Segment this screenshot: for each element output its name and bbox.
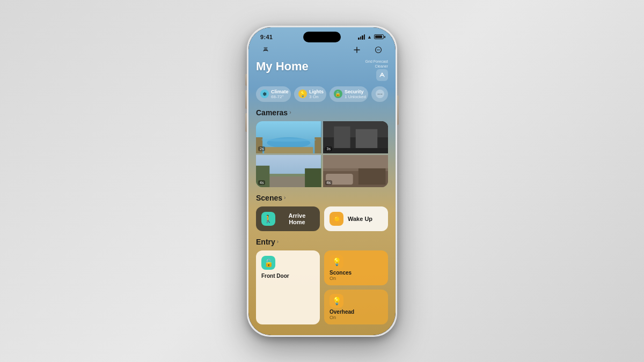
signal-bar-4: [364, 34, 365, 40]
cameras-header[interactable]: Cameras ›: [256, 108, 388, 117]
entry-title: Entry: [256, 238, 275, 246]
front-door-card[interactable]: 🔓 Front Door: [256, 250, 320, 324]
cam4-timestamp: 4s: [325, 180, 332, 185]
signal-bar-1: [358, 38, 360, 40]
category-pills: ❄ Climate 68-72° 💡 Lights 3 On: [256, 86, 388, 102]
scenes-row: 🚶 Arrive Home ☀️ Wake Up: [256, 206, 388, 231]
climate-text: Climate 68-72°: [271, 89, 289, 99]
climate-pill[interactable]: ❄ Climate 68-72°: [256, 86, 291, 102]
security-status: 1 Unlocked: [345, 94, 366, 99]
scenes-title: Scenes: [256, 194, 282, 202]
grid-forecast-icon: [376, 69, 388, 81]
cam3-timestamp: 4s: [258, 180, 265, 185]
security-name: Security: [345, 89, 366, 94]
more-button[interactable]: [372, 43, 385, 56]
svg-rect-15: [355, 129, 377, 147]
add-button[interactable]: [350, 43, 363, 56]
battery-fill: [375, 35, 382, 38]
svg-point-5: [379, 49, 380, 50]
home-title: My Home: [256, 60, 309, 73]
svg-rect-19: [269, 176, 308, 187]
svg-rect-21: [305, 168, 321, 187]
wake-up-icon: ☀️: [330, 212, 343, 226]
sconces-label: Sconces: [330, 270, 383, 276]
svg-rect-14: [334, 126, 350, 148]
svg-point-4: [378, 49, 379, 50]
svg-rect-9: [264, 147, 313, 153]
lights-icon: 💡: [298, 90, 307, 98]
camera-feed-2[interactable]: 3s: [323, 121, 389, 153]
cameras-title: Cameras: [256, 108, 288, 117]
camera-feed-3[interactable]: 4s: [256, 155, 321, 187]
camera-feed-4[interactable]: 4s: [323, 155, 389, 187]
entry-grid: 🔓 Front Door 💡 Sconces On: [256, 250, 388, 324]
volume-up-button: [245, 90, 247, 109]
scenes-chevron: ›: [284, 195, 286, 201]
arrive-home-label: Arrive Home: [280, 212, 314, 225]
more-pill[interactable]: ⋯: [371, 86, 388, 102]
grid-forecast-sublabel: Cleaner: [375, 64, 388, 68]
status-bar: 9:41 ▲: [248, 27, 396, 42]
signal-bar-2: [360, 36, 362, 40]
arrive-home-icon: 🚶: [261, 212, 275, 226]
front-door-label: Front Door: [261, 273, 314, 279]
entry-header[interactable]: Entry ›: [256, 238, 388, 246]
phone-screen-frame: 9:41 ▲: [248, 27, 396, 335]
silent-switch: [245, 74, 247, 86]
overhead-label: Overhead: [330, 309, 383, 315]
signal-bar-3: [362, 35, 363, 40]
sconces-status: On: [330, 276, 383, 281]
front-door-icon: 🔓: [261, 256, 275, 270]
wake-up-label: Wake Up: [348, 216, 372, 222]
svg-point-8: [267, 137, 310, 148]
cam2-timestamp: 3s: [325, 146, 332, 151]
power-button: [397, 95, 399, 125]
security-text: Security 1 Unlocked: [345, 89, 366, 99]
arrive-home-button[interactable]: 🚶 Arrive Home: [256, 206, 320, 231]
security-pill[interactable]: 🔒 Security 1 Unlocked: [330, 86, 368, 102]
camera-feed-1[interactable]: 2s: [256, 121, 321, 153]
entry-section: Entry › 🔓 Front Door 💡: [256, 238, 388, 324]
microphone-button[interactable]: [259, 43, 272, 56]
svg-rect-16: [323, 148, 389, 153]
dynamic-island: [303, 32, 341, 42]
sconces-card[interactable]: 💡 Sconces On: [324, 250, 388, 285]
phone-frame: 9:41 ▲: [247, 26, 397, 337]
top-action-bar: [248, 42, 396, 60]
scenes-header[interactable]: Scenes ›: [256, 194, 388, 202]
overhead-icon: 💡: [330, 294, 343, 308]
sconces-icon: 💡: [330, 255, 343, 269]
cameras-grid: 2s 3s: [256, 121, 388, 187]
security-icon: 🔒: [334, 90, 342, 98]
cameras-section: Cameras ›: [256, 108, 388, 194]
grid-forecast-label: Grid Forecast: [365, 60, 388, 63]
climate-status: 68-72°: [271, 94, 289, 99]
volume-down-button: [245, 113, 247, 132]
entry-chevron: ›: [277, 239, 279, 245]
svg-point-3: [377, 49, 378, 50]
svg-rect-25: [358, 165, 385, 184]
wifi-icon: ▲: [367, 34, 372, 40]
grid-forecast[interactable]: Grid Forecast Cleaner: [365, 60, 388, 81]
battery-icon: [374, 34, 384, 39]
climate-icon: ❄: [260, 90, 269, 98]
lights-status: 3 On: [309, 94, 324, 99]
cam1-timestamp: 2s: [258, 146, 265, 151]
phone-screen: 9:41 ▲: [248, 27, 396, 335]
home-header: My Home Grid Forecast Cleaner: [256, 60, 388, 81]
more-pill-icon: ⋯: [376, 90, 384, 98]
wake-up-button[interactable]: ☀️ Wake Up: [324, 206, 388, 231]
svg-rect-26: [323, 155, 389, 168]
status-time: 9:41: [260, 34, 273, 40]
cameras-chevron: ›: [289, 109, 291, 115]
signal-bars-icon: [358, 34, 365, 40]
climate-name: Climate: [271, 89, 289, 94]
status-icons: ▲: [358, 34, 384, 40]
main-content: My Home Grid Forecast Cleaner: [248, 60, 396, 335]
overhead-status: On: [330, 315, 383, 320]
svg-rect-11: [314, 137, 321, 153]
scenes-section: Scenes › 🚶 Arrive Home ☀️ Wake Up: [256, 194, 388, 231]
lights-name: Lights: [309, 89, 324, 94]
overhead-card[interactable]: 💡 Overhead On: [324, 290, 388, 324]
lights-pill[interactable]: 💡 Lights 3 On: [294, 86, 326, 102]
